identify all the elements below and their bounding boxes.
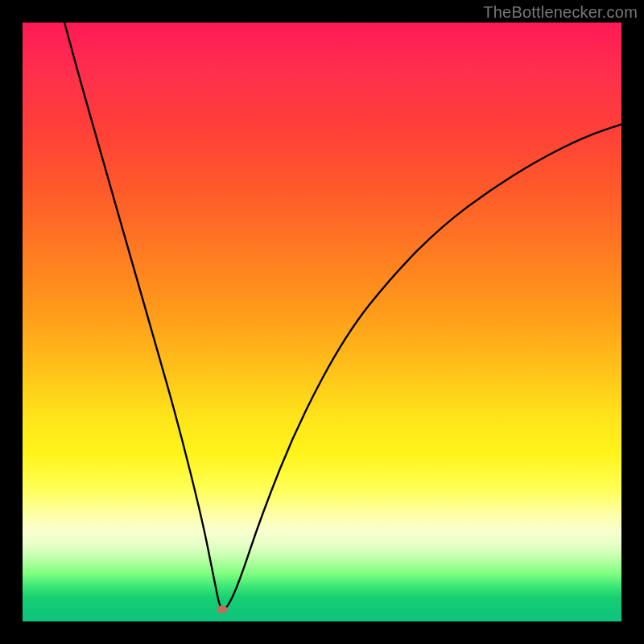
- watermark-text: TheBottlenecker.com: [483, 3, 638, 22]
- bottleneck-curve: [23, 23, 621, 621]
- chart-frame: [23, 23, 621, 621]
- optimal-point-marker: [217, 606, 227, 613]
